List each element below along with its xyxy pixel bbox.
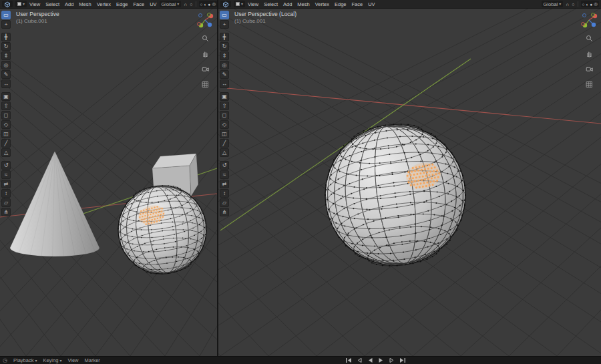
snap-magnet-icon[interactable]: ∩ xyxy=(184,2,187,7)
tool-poly-build-button[interactable]: △ xyxy=(220,148,229,157)
viewport-shading-wireframe-icon[interactable]: ○ xyxy=(582,2,585,7)
navigation-gizmo[interactable] xyxy=(195,10,215,30)
menu-edge[interactable]: Edge xyxy=(116,1,128,7)
prev-keyframe-button[interactable] xyxy=(355,357,363,363)
play-button[interactable] xyxy=(377,357,385,363)
menu-uv[interactable]: UV xyxy=(368,1,375,7)
menu-uv[interactable]: UV xyxy=(150,1,156,7)
mode-dropdown[interactable]: ▾ xyxy=(15,1,27,7)
viewport-shading-material-icon[interactable]: ● xyxy=(590,2,592,7)
tool-loop-cut-button[interactable]: ◫ xyxy=(1,130,11,138)
tool-move-button[interactable]: ╋ xyxy=(220,33,229,41)
menu-view[interactable]: View xyxy=(248,1,258,7)
timeline-menu-keying[interactable]: Keying▾ xyxy=(43,357,61,363)
viewport-shading-solid-icon[interactable]: ◐ xyxy=(204,2,207,7)
tool-smooth-button[interactable]: ≈ xyxy=(220,170,229,179)
timeline-menu-marker[interactable]: Marker xyxy=(85,357,100,363)
tool-scale-button[interactable]: ⇕ xyxy=(1,51,11,60)
menu-add[interactable]: Add xyxy=(283,1,292,7)
tool-bevel-button[interactable]: ◇ xyxy=(220,120,229,129)
viewport-shading-rendered-icon[interactable]: ◎ xyxy=(594,1,598,7)
snap-magnet-icon[interactable]: ∩ xyxy=(566,2,569,7)
menu-add[interactable]: Add xyxy=(65,1,73,7)
menu-mesh[interactable]: Mesh xyxy=(79,1,91,7)
grid-toggle-icon[interactable] xyxy=(586,79,593,91)
menu-face[interactable]: Face xyxy=(134,1,145,7)
menu-select[interactable]: Select xyxy=(45,1,59,7)
tool-shear-button[interactable]: ▱ xyxy=(1,198,11,207)
tool-select-box-button[interactable]: ▭ xyxy=(1,11,11,19)
proportional-editing-icon[interactable]: ○ xyxy=(190,2,192,7)
zoom-icon[interactable] xyxy=(586,33,593,45)
viewport-shading-rendered-icon[interactable]: ◎ xyxy=(212,1,216,7)
tool-bevel-button[interactable]: ◇ xyxy=(1,120,11,129)
timeline-menu-playback[interactable]: Playback▾ xyxy=(13,357,37,363)
tool-measure-button[interactable]: ↔ xyxy=(1,79,11,88)
viewport-shading-material-icon[interactable]: ● xyxy=(208,2,210,7)
tool-move-button[interactable]: ╋ xyxy=(1,33,11,41)
tool-inset-faces-button[interactable]: ◻ xyxy=(220,111,229,120)
menu-vertex[interactable]: Vertex xyxy=(97,1,111,7)
tool-transform-button[interactable]: ◎ xyxy=(1,61,11,69)
tool-measure-button[interactable]: ↔ xyxy=(220,79,229,88)
menu-edge[interactable]: Edge xyxy=(335,1,347,7)
tool-extrude-region-button[interactable]: ⇧ xyxy=(1,102,11,110)
scene-left[interactable] xyxy=(0,9,217,356)
tool-spin-button[interactable]: ↺ xyxy=(1,161,11,170)
navigation-gizmo[interactable] xyxy=(579,10,599,30)
menu-view[interactable]: View xyxy=(29,1,40,7)
tool-select-box-button[interactable]: ▭ xyxy=(220,11,229,19)
tool-add-cube-button[interactable]: ▣ xyxy=(220,92,229,101)
grid-toggle-icon[interactable] xyxy=(202,79,209,91)
tool-annotate-button[interactable]: ✎ xyxy=(220,70,229,79)
tool-transform-button[interactable]: ◎ xyxy=(220,61,229,69)
timeline-editor-icon[interactable]: ◷ xyxy=(3,357,7,363)
tool-rip-region-button[interactable]: ⋔ xyxy=(1,208,11,216)
tool-poly-build-button[interactable]: △ xyxy=(1,148,11,157)
camera-view-icon[interactable] xyxy=(586,63,593,75)
viewport-shading-solid-icon[interactable]: ◐ xyxy=(586,2,588,7)
next-keyframe-button[interactable] xyxy=(387,357,395,363)
tool-scale-button[interactable]: ⇕ xyxy=(220,51,229,60)
tool-loop-cut-button[interactable]: ◫ xyxy=(220,130,229,138)
play-reverse-button[interactable] xyxy=(366,357,374,363)
mesh-cone[interactable] xyxy=(10,151,99,256)
jump-to-start-button[interactable] xyxy=(345,357,353,363)
tool-rip-region-button[interactable]: ⋔ xyxy=(220,208,229,216)
menu-face[interactable]: Face xyxy=(352,1,363,7)
editor-type-button[interactable] xyxy=(220,1,231,7)
viewport-canvas-left[interactable]: ▭+╋↻⇕◎✎↔▣⇧◻◇◫╱△↺≈⇄↕▱⋔ User Perspective (… xyxy=(0,9,217,356)
mesh-sphere-large[interactable] xyxy=(315,115,475,275)
menu-select[interactable]: Select xyxy=(264,1,278,7)
jump-to-end-button[interactable] xyxy=(398,357,406,363)
tool-inset-faces-button[interactable]: ◻ xyxy=(1,111,11,120)
pan-hand-icon[interactable] xyxy=(586,48,593,60)
tool-add-cube-button[interactable]: ▣ xyxy=(1,92,11,101)
tool-knife-button[interactable]: ╱ xyxy=(220,139,229,148)
menu-mesh[interactable]: Mesh xyxy=(297,1,309,7)
proportional-editing-icon[interactable]: ○ xyxy=(572,2,574,7)
timeline-menu-view[interactable]: View xyxy=(67,357,78,363)
tool-shrink-fatten-button[interactable]: ↕ xyxy=(1,189,11,198)
zoom-icon[interactable] xyxy=(202,33,209,45)
tool-spin-button[interactable]: ↺ xyxy=(220,161,229,170)
tool-rotate-button[interactable]: ↻ xyxy=(220,42,229,51)
tool-annotate-button[interactable]: ✎ xyxy=(1,70,11,79)
pan-hand-icon[interactable] xyxy=(202,48,209,60)
tool-shrink-fatten-button[interactable]: ↕ xyxy=(220,189,229,198)
tool-rotate-button[interactable]: ↻ xyxy=(1,42,11,51)
tool-edge-slide-button[interactable]: ⇄ xyxy=(220,180,229,188)
tool-smooth-button[interactable]: ≈ xyxy=(1,170,11,179)
scene-right[interactable] xyxy=(218,9,601,356)
mode-dropdown[interactable]: ▾ xyxy=(234,1,245,7)
transform-orientation-dropdown[interactable]: Global ▾ xyxy=(160,1,182,7)
mesh-sphere-small[interactable] xyxy=(112,180,213,280)
tool-shear-button[interactable]: ▱ xyxy=(220,198,229,207)
menu-vertex[interactable]: Vertex xyxy=(315,1,329,7)
tool-edge-slide-button[interactable]: ⇄ xyxy=(1,180,11,188)
camera-view-icon[interactable] xyxy=(202,63,209,75)
tool-cursor-button[interactable]: + xyxy=(1,20,11,29)
viewport-shading-wireframe-icon[interactable]: ○ xyxy=(200,2,203,7)
tool-extrude-region-button[interactable]: ⇧ xyxy=(220,102,229,110)
tool-knife-button[interactable]: ╱ xyxy=(1,139,11,148)
